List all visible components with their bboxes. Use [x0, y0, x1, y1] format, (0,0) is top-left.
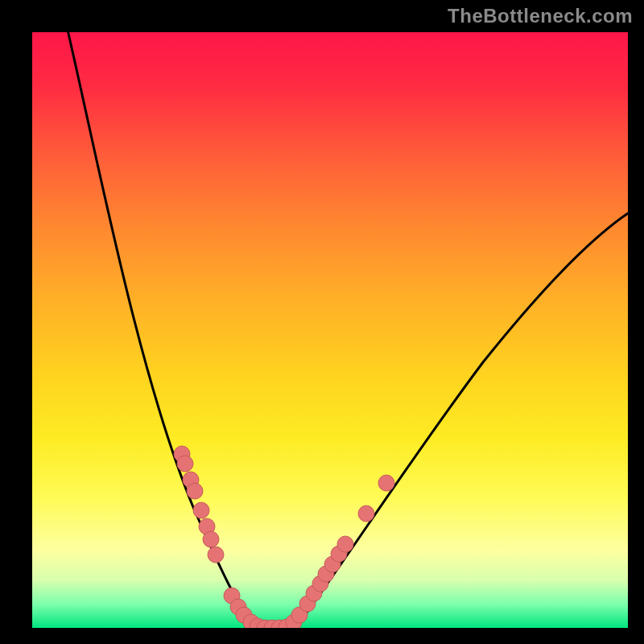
marker-dot — [177, 456, 193, 472]
marker-dot — [187, 483, 203, 499]
chart-svg — [32, 32, 628, 628]
marker-dot — [358, 506, 374, 522]
watermark-text: TheBottleneck.com — [448, 5, 633, 27]
marker-dot — [337, 536, 353, 552]
highlight-markers — [174, 446, 394, 628]
marker-dot — [203, 531, 219, 547]
marker-dot — [378, 475, 394, 491]
marker-dot — [193, 502, 209, 518]
plot-area — [32, 32, 628, 628]
marker-dot — [208, 547, 224, 563]
chart-frame: TheBottleneck.com — [0, 0, 644, 644]
